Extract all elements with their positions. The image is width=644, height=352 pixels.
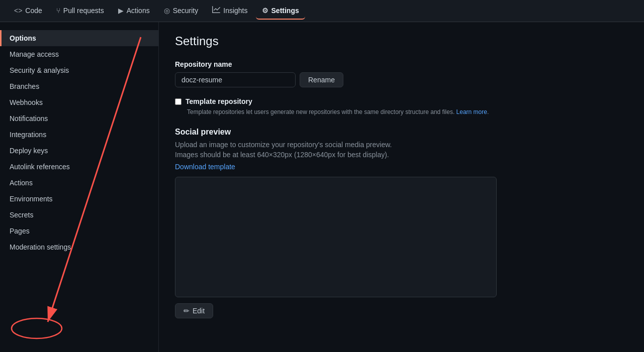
settings-icon: ⚙ [262, 7, 268, 15]
download-template-link[interactable]: Download template [175, 163, 235, 171]
repo-name-section: Repository name Rename [175, 60, 628, 87]
nav-code-label: Code [25, 7, 42, 15]
actions-icon: ▶ [118, 7, 124, 15]
code-icon: <> [14, 7, 22, 15]
nav-actions[interactable]: ▶ Actions [112, 3, 156, 20]
nav-security-label: Security [173, 7, 199, 15]
rename-button[interactable]: Rename [300, 72, 343, 87]
sidebar-item-branches[interactable]: Branches [0, 78, 158, 94]
social-preview-desc: Upload an image to customize your reposi… [175, 141, 628, 149]
sidebar-item-deploy-keys[interactable]: Deploy keys [0, 143, 158, 159]
nav-pull-requests-label: Pull requests [63, 7, 104, 15]
sidebar-item-actions[interactable]: Actions [0, 175, 158, 191]
sidebar-item-moderation-settings[interactable]: Moderation settings [0, 239, 158, 255]
nav-code[interactable]: <> Code [8, 3, 48, 20]
template-learn-more-link[interactable]: Learn more [456, 108, 487, 115]
nav-pull-requests[interactable]: ⑂ Pull requests [50, 3, 110, 20]
nav-insights-label: Insights [223, 7, 247, 15]
edit-label: Edit [193, 307, 205, 315]
repo-name-input[interactable] [175, 72, 296, 87]
edit-button[interactable]: ✏ Edit [175, 303, 213, 318]
main-content: Settings Repository name Rename Template… [159, 22, 644, 352]
layout: Options Manage access Security & analysi… [0, 22, 644, 352]
pull-request-icon: ⑂ [56, 7, 60, 15]
template-repo-checkbox[interactable] [175, 98, 181, 105]
sidebar: Options Manage access Security & analysi… [0, 22, 159, 352]
sidebar-item-pages[interactable]: Pages [0, 223, 158, 239]
repo-name-row: Rename [175, 72, 628, 87]
social-preview-size: Images should be at least 640×320px (128… [175, 151, 628, 159]
svg-point-2 [12, 318, 62, 338]
template-repo-desc: Template repositories let users generate… [187, 108, 628, 115]
template-checkbox-row: Template repository [175, 97, 628, 105]
nav-actions-label: Actions [127, 7, 150, 15]
social-preview-box [175, 177, 497, 297]
repo-name-label: Repository name [175, 60, 628, 68]
sidebar-item-notifications[interactable]: Notifications [0, 110, 158, 127]
sidebar-item-environments[interactable]: Environments [0, 191, 158, 207]
page-title: Settings [175, 34, 628, 48]
sidebar-item-secrets[interactable]: Secrets [0, 207, 158, 223]
sidebar-item-manage-access[interactable]: Manage access [0, 46, 158, 62]
sidebar-item-integrations[interactable]: Integrations [0, 127, 158, 143]
sidebar-item-options[interactable]: Options [0, 30, 158, 46]
top-nav: <> Code ⑂ Pull requests ▶ Actions ◎ Secu… [0, 0, 644, 22]
nav-settings[interactable]: ⚙ Settings [256, 3, 305, 20]
template-repo-section: Template repository Template repositorie… [175, 97, 628, 115]
nav-insights[interactable]: Insights [206, 2, 253, 20]
sidebar-item-security-analysis[interactable]: Security & analysis [0, 62, 158, 78]
sidebar-item-autolink-references[interactable]: Autolink references [0, 159, 158, 175]
nav-security[interactable]: ◎ Security [158, 3, 205, 20]
template-repo-label: Template repository [186, 97, 252, 105]
edit-icon: ✏ [183, 307, 190, 315]
nav-settings-label: Settings [271, 7, 299, 15]
sidebar-item-webhooks[interactable]: Webhooks [0, 94, 158, 110]
insights-icon [212, 6, 220, 15]
social-preview-title: Social preview [175, 128, 628, 137]
security-icon: ◎ [164, 7, 170, 15]
social-preview-section: Social preview Upload an image to custom… [175, 128, 628, 318]
